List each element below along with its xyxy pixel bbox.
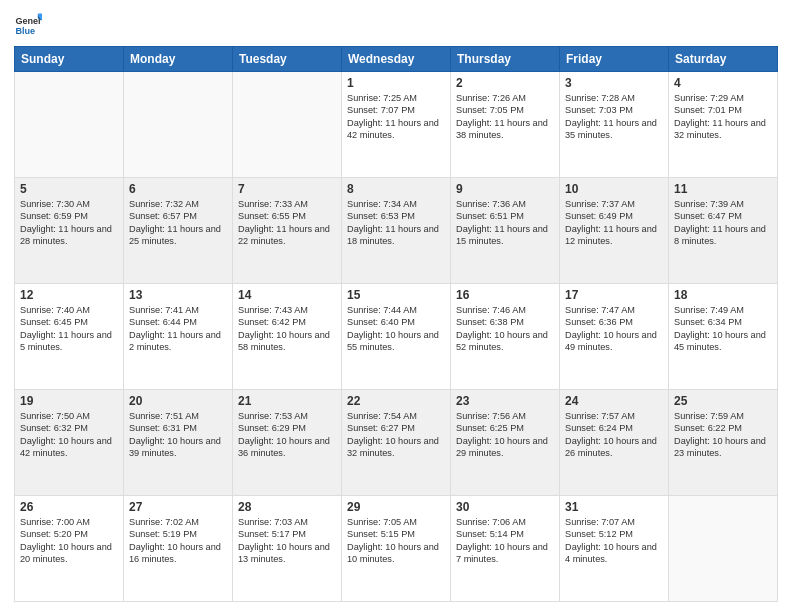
- cell-content: Sunrise: 7:37 AM Sunset: 6:49 PM Dayligh…: [565, 198, 663, 248]
- day-number: 2: [456, 76, 554, 90]
- calendar-week-2: 5Sunrise: 7:30 AM Sunset: 6:59 PM Daylig…: [15, 178, 778, 284]
- calendar-cell: [15, 72, 124, 178]
- day-number: 18: [674, 288, 772, 302]
- calendar-cell: 31Sunrise: 7:07 AM Sunset: 5:12 PM Dayli…: [560, 496, 669, 602]
- day-number: 31: [565, 500, 663, 514]
- day-number: 14: [238, 288, 336, 302]
- day-number: 26: [20, 500, 118, 514]
- calendar-cell: 16Sunrise: 7:46 AM Sunset: 6:38 PM Dayli…: [451, 284, 560, 390]
- cell-content: Sunrise: 7:07 AM Sunset: 5:12 PM Dayligh…: [565, 516, 663, 566]
- calendar-cell: 20Sunrise: 7:51 AM Sunset: 6:31 PM Dayli…: [124, 390, 233, 496]
- day-number: 7: [238, 182, 336, 196]
- day-number: 27: [129, 500, 227, 514]
- day-number: 28: [238, 500, 336, 514]
- cell-content: Sunrise: 7:54 AM Sunset: 6:27 PM Dayligh…: [347, 410, 445, 460]
- calendar-cell: [124, 72, 233, 178]
- cell-content: Sunrise: 7:05 AM Sunset: 5:15 PM Dayligh…: [347, 516, 445, 566]
- cell-content: Sunrise: 7:46 AM Sunset: 6:38 PM Dayligh…: [456, 304, 554, 354]
- day-header-saturday: Saturday: [669, 47, 778, 72]
- day-number: 4: [674, 76, 772, 90]
- day-number: 1: [347, 76, 445, 90]
- page: General Blue SundayMondayTuesdayWednesda…: [0, 0, 792, 612]
- day-header-thursday: Thursday: [451, 47, 560, 72]
- calendar-cell: 8Sunrise: 7:34 AM Sunset: 6:53 PM Daylig…: [342, 178, 451, 284]
- day-number: 16: [456, 288, 554, 302]
- calendar-cell: 30Sunrise: 7:06 AM Sunset: 5:14 PM Dayli…: [451, 496, 560, 602]
- calendar-cell: 11Sunrise: 7:39 AM Sunset: 6:47 PM Dayli…: [669, 178, 778, 284]
- calendar-cell: 21Sunrise: 7:53 AM Sunset: 6:29 PM Dayli…: [233, 390, 342, 496]
- calendar-cell: 6Sunrise: 7:32 AM Sunset: 6:57 PM Daylig…: [124, 178, 233, 284]
- calendar-cell: 27Sunrise: 7:02 AM Sunset: 5:19 PM Dayli…: [124, 496, 233, 602]
- day-number: 24: [565, 394, 663, 408]
- cell-content: Sunrise: 7:36 AM Sunset: 6:51 PM Dayligh…: [456, 198, 554, 248]
- day-header-wednesday: Wednesday: [342, 47, 451, 72]
- cell-content: Sunrise: 7:03 AM Sunset: 5:17 PM Dayligh…: [238, 516, 336, 566]
- cell-content: Sunrise: 7:25 AM Sunset: 7:07 PM Dayligh…: [347, 92, 445, 142]
- calendar-cell: 14Sunrise: 7:43 AM Sunset: 6:42 PM Dayli…: [233, 284, 342, 390]
- logo: General Blue: [14, 10, 44, 38]
- cell-content: Sunrise: 7:47 AM Sunset: 6:36 PM Dayligh…: [565, 304, 663, 354]
- day-number: 29: [347, 500, 445, 514]
- cell-content: Sunrise: 7:33 AM Sunset: 6:55 PM Dayligh…: [238, 198, 336, 248]
- day-number: 15: [347, 288, 445, 302]
- day-header-sunday: Sunday: [15, 47, 124, 72]
- cell-content: Sunrise: 7:59 AM Sunset: 6:22 PM Dayligh…: [674, 410, 772, 460]
- day-number: 30: [456, 500, 554, 514]
- calendar-cell: 13Sunrise: 7:41 AM Sunset: 6:44 PM Dayli…: [124, 284, 233, 390]
- cell-content: Sunrise: 7:28 AM Sunset: 7:03 PM Dayligh…: [565, 92, 663, 142]
- calendar-cell: 23Sunrise: 7:56 AM Sunset: 6:25 PM Dayli…: [451, 390, 560, 496]
- day-number: 23: [456, 394, 554, 408]
- cell-content: Sunrise: 7:57 AM Sunset: 6:24 PM Dayligh…: [565, 410, 663, 460]
- calendar-table: SundayMondayTuesdayWednesdayThursdayFrid…: [14, 46, 778, 602]
- calendar-cell: 24Sunrise: 7:57 AM Sunset: 6:24 PM Dayli…: [560, 390, 669, 496]
- day-number: 6: [129, 182, 227, 196]
- calendar-week-1: 1Sunrise: 7:25 AM Sunset: 7:07 PM Daylig…: [15, 72, 778, 178]
- cell-content: Sunrise: 7:02 AM Sunset: 5:19 PM Dayligh…: [129, 516, 227, 566]
- day-number: 8: [347, 182, 445, 196]
- calendar-cell: 29Sunrise: 7:05 AM Sunset: 5:15 PM Dayli…: [342, 496, 451, 602]
- day-number: 12: [20, 288, 118, 302]
- calendar-cell: 17Sunrise: 7:47 AM Sunset: 6:36 PM Dayli…: [560, 284, 669, 390]
- day-header-tuesday: Tuesday: [233, 47, 342, 72]
- cell-content: Sunrise: 7:30 AM Sunset: 6:59 PM Dayligh…: [20, 198, 118, 248]
- day-number: 19: [20, 394, 118, 408]
- calendar-cell: 2Sunrise: 7:26 AM Sunset: 7:05 PM Daylig…: [451, 72, 560, 178]
- day-number: 17: [565, 288, 663, 302]
- day-header-friday: Friday: [560, 47, 669, 72]
- day-number: 20: [129, 394, 227, 408]
- calendar-cell: 22Sunrise: 7:54 AM Sunset: 6:27 PM Dayli…: [342, 390, 451, 496]
- cell-content: Sunrise: 7:32 AM Sunset: 6:57 PM Dayligh…: [129, 198, 227, 248]
- calendar-cell: 3Sunrise: 7:28 AM Sunset: 7:03 PM Daylig…: [560, 72, 669, 178]
- day-number: 13: [129, 288, 227, 302]
- cell-content: Sunrise: 7:50 AM Sunset: 6:32 PM Dayligh…: [20, 410, 118, 460]
- cell-content: Sunrise: 7:56 AM Sunset: 6:25 PM Dayligh…: [456, 410, 554, 460]
- cell-content: Sunrise: 7:40 AM Sunset: 6:45 PM Dayligh…: [20, 304, 118, 354]
- cell-content: Sunrise: 7:26 AM Sunset: 7:05 PM Dayligh…: [456, 92, 554, 142]
- generalblue-logo-icon: General Blue: [14, 10, 42, 38]
- svg-text:Blue: Blue: [15, 26, 35, 36]
- calendar-week-3: 12Sunrise: 7:40 AM Sunset: 6:45 PM Dayli…: [15, 284, 778, 390]
- cell-content: Sunrise: 7:49 AM Sunset: 6:34 PM Dayligh…: [674, 304, 772, 354]
- cell-content: Sunrise: 7:53 AM Sunset: 6:29 PM Dayligh…: [238, 410, 336, 460]
- header: General Blue: [14, 10, 778, 38]
- calendar-cell: 7Sunrise: 7:33 AM Sunset: 6:55 PM Daylig…: [233, 178, 342, 284]
- day-number: 5: [20, 182, 118, 196]
- calendar-week-4: 19Sunrise: 7:50 AM Sunset: 6:32 PM Dayli…: [15, 390, 778, 496]
- cell-content: Sunrise: 7:41 AM Sunset: 6:44 PM Dayligh…: [129, 304, 227, 354]
- cell-content: Sunrise: 7:39 AM Sunset: 6:47 PM Dayligh…: [674, 198, 772, 248]
- calendar-cell: 28Sunrise: 7:03 AM Sunset: 5:17 PM Dayli…: [233, 496, 342, 602]
- calendar-cell: [233, 72, 342, 178]
- calendar-cell: 12Sunrise: 7:40 AM Sunset: 6:45 PM Dayli…: [15, 284, 124, 390]
- cell-content: Sunrise: 7:06 AM Sunset: 5:14 PM Dayligh…: [456, 516, 554, 566]
- calendar-cell: [669, 496, 778, 602]
- cell-content: Sunrise: 7:34 AM Sunset: 6:53 PM Dayligh…: [347, 198, 445, 248]
- calendar-cell: 1Sunrise: 7:25 AM Sunset: 7:07 PM Daylig…: [342, 72, 451, 178]
- calendar-cell: 5Sunrise: 7:30 AM Sunset: 6:59 PM Daylig…: [15, 178, 124, 284]
- calendar-cell: 26Sunrise: 7:00 AM Sunset: 5:20 PM Dayli…: [15, 496, 124, 602]
- calendar-cell: 4Sunrise: 7:29 AM Sunset: 7:01 PM Daylig…: [669, 72, 778, 178]
- calendar-cell: 19Sunrise: 7:50 AM Sunset: 6:32 PM Dayli…: [15, 390, 124, 496]
- day-number: 25: [674, 394, 772, 408]
- day-number: 9: [456, 182, 554, 196]
- day-number: 22: [347, 394, 445, 408]
- calendar-cell: 15Sunrise: 7:44 AM Sunset: 6:40 PM Dayli…: [342, 284, 451, 390]
